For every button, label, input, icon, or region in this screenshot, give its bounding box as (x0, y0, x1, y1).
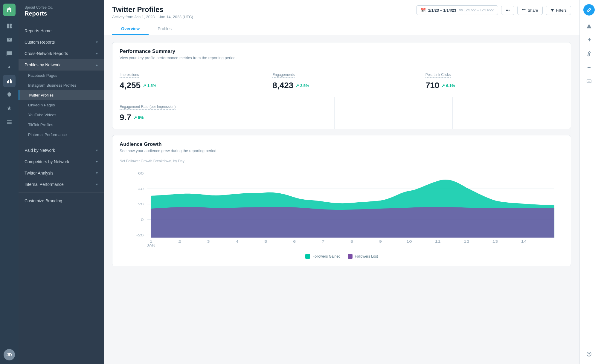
svg-text:0: 0 (141, 218, 144, 221)
impressions-label[interactable]: Impressions (120, 73, 139, 78)
svg-text:11: 11 (435, 240, 441, 244)
sidebar-sub-tiktok[interactable]: TikTok Profiles (19, 120, 104, 130)
audience-growth-card: Audience Growth See how your audience gr… (112, 135, 571, 266)
svg-text:20: 20 (138, 202, 144, 206)
chevron-down-icon: ▾ (96, 148, 98, 152)
link-icon[interactable] (583, 48, 595, 59)
follower-growth-chart: 60 40 20 0 -20 1 JAN 2 3 4 5 6 7 (120, 167, 564, 250)
svg-rect-9 (7, 120, 12, 121)
metric-impressions: Impressions 4,255 1.5% (112, 65, 265, 97)
metric-engagement-rate: Engagement Rate (per Impression) 9.7 5% (112, 97, 335, 129)
chevron-down-icon: ▾ (96, 51, 98, 56)
svg-rect-1 (10, 24, 12, 26)
filters-button[interactable]: Filters (546, 6, 571, 15)
svg-text:14: 14 (521, 240, 527, 244)
svg-point-37 (589, 27, 589, 28)
brand-logo-icon[interactable] (3, 4, 16, 16)
chevron-down-icon: ▾ (96, 182, 98, 186)
sidebar-item-internal[interactable]: Internal Performance ▾ (19, 179, 104, 190)
performance-grid-row2: Engagement Rate (per Impression) 9.7 5% (112, 97, 571, 129)
svg-text:10: 10 (406, 240, 412, 244)
sidebar-section-title: Reports (25, 10, 98, 17)
sidebar-sub-instagram[interactable]: Instagram Business Profiles (19, 80, 104, 90)
sidebar-item-custom-reports[interactable]: Custom Reports ▾ (19, 36, 104, 48)
post-link-clicks-label[interactable]: Post Link Clicks (425, 73, 451, 78)
svg-rect-7 (10, 79, 11, 83)
sidebar-item-customize[interactable]: Customize Branding (19, 195, 104, 207)
svg-text:5: 5 (264, 240, 267, 244)
nav-home-icon[interactable] (3, 20, 16, 32)
impressions-value: 4,255 1.5% (120, 81, 258, 90)
help-icon[interactable] (583, 348, 595, 360)
engagement-rate-change: 5% (134, 115, 144, 120)
svg-point-44 (589, 356, 589, 356)
svg-rect-0 (7, 24, 9, 26)
svg-rect-2 (7, 26, 9, 28)
svg-text:9: 9 (379, 240, 382, 244)
sidebar-nav: Reports Home Custom Reports ▾ Cross-Netw… (19, 22, 104, 364)
perf-card-desc: View your key profile performance metric… (120, 56, 564, 60)
sidebar-item-cross-network[interactable]: Cross-Network Reports ▾ (19, 48, 104, 59)
chart-legend: Followers Gained Followers Lost (120, 250, 564, 260)
engagement-rate-label[interactable]: Engagement Rate (per Impression) (120, 105, 176, 110)
performance-grid: Impressions 4,255 1.5% Engagements 8,423… (112, 65, 571, 97)
plus-icon[interactable] (583, 62, 595, 73)
more-options-button[interactable]: ••• (501, 6, 514, 15)
nav-publish-icon[interactable] (3, 61, 16, 74)
lightning-icon[interactable] (583, 34, 595, 46)
nav-messages-icon[interactable] (3, 47, 16, 60)
metric-empty (335, 97, 453, 129)
impressions-change: 1.5% (143, 83, 156, 88)
share-button[interactable]: Share (517, 6, 543, 15)
svg-rect-42 (588, 82, 590, 82)
engagements-label[interactable]: Engagements (272, 73, 295, 78)
legend-lost: Followers Lost (348, 254, 378, 259)
nav-listening-icon[interactable] (3, 88, 16, 101)
svg-text:7: 7 (322, 240, 324, 244)
sidebar-item-profiles-by-network[interactable]: Profiles by Network ▴ (19, 59, 104, 71)
date-range-picker[interactable]: 📅 1/1/23 – 1/14/23 vs 12/1/22 – 12/14/22 (416, 5, 498, 15)
sidebar-sub-youtube[interactable]: YouTube Videos (19, 110, 104, 120)
sidebar-item-twitter-analysis[interactable]: Twitter Analysis ▾ (19, 167, 104, 179)
sidebar-sub-pinterest[interactable]: Pinterest Performance (19, 130, 104, 140)
nav-pin-icon[interactable] (3, 102, 16, 115)
svg-text:12: 12 (464, 240, 469, 244)
svg-rect-3 (10, 26, 12, 28)
calendar-icon: 📅 (421, 8, 426, 13)
svg-text:1: 1 (150, 240, 152, 244)
chevron-down-icon: ▾ (96, 40, 98, 44)
filter-icon (550, 8, 554, 12)
svg-text:2: 2 (178, 240, 181, 244)
sidebar-sub-twitter[interactable]: Twitter Profiles (19, 90, 104, 100)
sidebar-sub-linkedin[interactable]: LinkedIn Pages (19, 100, 104, 110)
sidebar-item-paid[interactable]: Paid by Network ▾ (19, 145, 104, 156)
svg-rect-8 (11, 80, 12, 83)
svg-rect-39 (588, 81, 588, 81)
nav-list-icon[interactable] (3, 116, 16, 129)
nav-divider (19, 142, 104, 142)
sidebar-item-competitors[interactable]: Competitors by Network ▾ (19, 156, 104, 167)
metric-empty2 (453, 97, 571, 129)
sidebar-item-reports-home[interactable]: Reports Home (19, 25, 104, 36)
sidebar-header: Sprout Coffee Co. Reports (19, 0, 104, 22)
nav-inbox-icon[interactable] (3, 33, 16, 46)
page-title-group: Twitter Profiles Activity from Jan 1, 20… (112, 5, 193, 19)
engagements-change: 2.5% (296, 83, 309, 88)
tab-profiles[interactable]: Profiles (149, 23, 181, 35)
tab-bar: Overview Profiles (112, 23, 571, 35)
tab-overview[interactable]: Overview (112, 23, 149, 35)
svg-text:13: 13 (492, 240, 498, 244)
keyboard-icon[interactable] (583, 76, 595, 87)
metric-post-link-clicks: Post Link Clicks 710 6.1% (418, 65, 571, 97)
sidebar-sub-facebook[interactable]: Facebook Pages (19, 71, 104, 80)
chart-label: Net Follower Growth Breakdown, by Day (120, 159, 564, 163)
alert-icon[interactable] (583, 21, 595, 32)
edit-icon[interactable] (583, 4, 595, 16)
user-avatar[interactable]: JD (4, 349, 15, 360)
svg-text:JAN: JAN (147, 244, 155, 247)
content-area: Performance Summary View your key profil… (104, 35, 579, 364)
date-vs: vs 12/1/22 – 12/14/22 (459, 8, 494, 12)
icon-nav-bar: JD (0, 0, 19, 364)
svg-text:60: 60 (138, 171, 144, 175)
nav-reports-icon[interactable] (3, 75, 16, 87)
